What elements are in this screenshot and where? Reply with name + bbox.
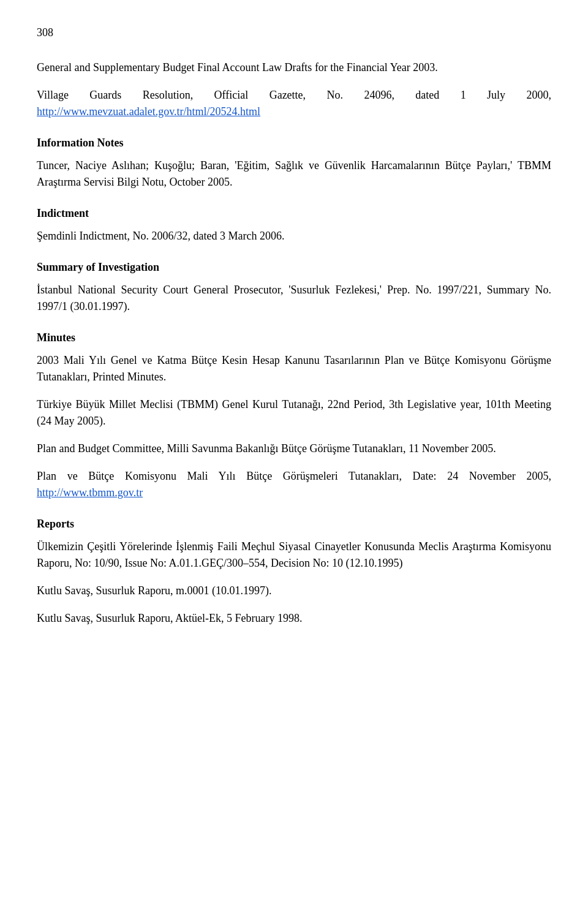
tbmm-link[interactable]: http://www.tbmm.gov.tr — [37, 486, 143, 499]
heading-information-notes: Information Notes — [37, 135, 551, 151]
paragraph-4: Şemdinli Indictment, No. 2006/32, dated … — [37, 228, 551, 244]
heading-summary-of-investigation: Summary of Investigation — [37, 259, 551, 276]
page-number: 308 — [37, 25, 551, 41]
paragraph-11: Kutlu Savaş, Susurluk Raporu, m.0001 (10… — [37, 583, 551, 599]
paragraph-6: 2003 Mali Yılı Genel ve Katma Bütçe Kesi… — [37, 352, 551, 385]
paragraph-5: İstanbul National Security Court General… — [37, 282, 551, 315]
mevzuat-link[interactable]: http://www.mevzuat.adalet.gov.tr/html/20… — [37, 105, 260, 118]
paragraph-2: Village Guards Resolution, Official Gaze… — [37, 87, 551, 120]
paragraph-7: Türkiye Büyük Millet Meclisi (TBMM) Gene… — [37, 396, 551, 429]
paragraph-9: Plan ve Bütçe Komisyonu Mali Yılı Bütçe … — [37, 468, 551, 501]
paragraph-12: Kutlu Savaş, Susurluk Raporu, Aktüel-Ek,… — [37, 610, 551, 627]
heading-minutes: Minutes — [37, 330, 551, 346]
plan-butce-text: Plan ve Bütçe Komisyonu Mali Yılı Bütçe … — [37, 470, 551, 482]
paragraph-8: Plan and Budget Committee, Milli Savunma… — [37, 440, 551, 457]
heading-indictment: Indictment — [37, 205, 551, 222]
village-guards-text: Village Guards Resolution, Official Gaze… — [37, 89, 551, 101]
paragraph-3: Tuncer, Naciye Aslıhan; Kuşoğlu; Baran, … — [37, 157, 551, 191]
heading-reports: Reports — [37, 516, 551, 532]
paragraph-10: Ülkemizin Çeşitli Yörelerinde İşlenmiş F… — [37, 538, 551, 572]
paragraph-1: General and Supplementary Budget Final A… — [37, 59, 551, 76]
